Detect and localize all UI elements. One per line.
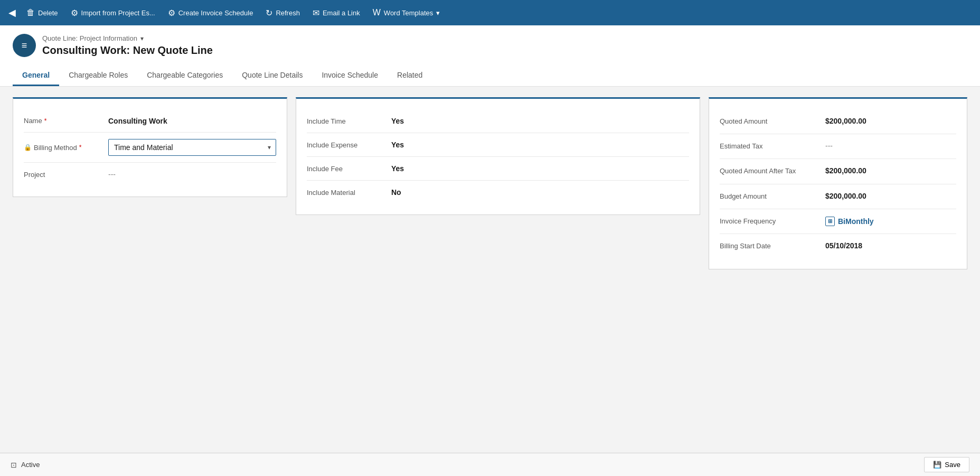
import-icon: ⚙: [71, 8, 78, 18]
include-fee-row: Include Fee Yes: [307, 157, 689, 181]
status-icon: ⊡: [11, 461, 17, 469]
lock-icon: 🔒: [24, 144, 32, 151]
billing-method-required-indicator: *: [79, 144, 82, 151]
quoted-amount-row: Quoted Amount $200,000.00: [720, 109, 956, 134]
billing-start-date-row: Billing Start Date 05/10/2018: [720, 234, 956, 258]
status-label: Active: [21, 461, 40, 469]
include-fee-label: Include Fee: [307, 165, 391, 173]
left-card: Name * Consulting Work 🔒 Billing Method …: [13, 97, 287, 197]
refresh-button[interactable]: ↻ Refresh: [260, 5, 305, 21]
footer-status: ⊡ Active: [11, 461, 40, 469]
quoted-amount-after-tax-label: Quoted Amount After Tax: [720, 166, 825, 176]
save-icon: 💾: [933, 461, 941, 469]
name-field-row: Name * Consulting Work: [24, 109, 276, 133]
billing-start-date-value: 05/10/2018: [825, 241, 862, 250]
billing-method-field-row: 🔒 Billing Method * Time and Material Fix…: [24, 133, 276, 163]
quoted-amount-value: $200,000.00: [825, 117, 866, 125]
quoted-amount-after-tax-row: Quoted Amount After Tax $200,000.00: [720, 159, 956, 184]
toolbar: ◀ 🗑 Delete ⚙ Import from Project Es... ⚙…: [0, 0, 980, 25]
frequency-icon: ⊞: [825, 217, 835, 226]
include-expense-value: Yes: [391, 141, 404, 149]
include-material-value: No: [391, 188, 401, 197]
cards-row: Name * Consulting Work 🔒 Billing Method …: [13, 97, 967, 269]
breadcrumb-chevron-icon[interactable]: ▾: [140, 35, 144, 42]
estimated-tax-row: Estimated Tax ---: [720, 134, 956, 159]
estimated-tax-value: ---: [825, 142, 833, 150]
email-link-button[interactable]: ✉ Email a Link: [307, 5, 365, 21]
refresh-icon: ↻: [266, 8, 272, 18]
project-field-row: Project ---: [24, 163, 276, 186]
billing-method-select-wrapper: Time and Material Fixed Price ▾: [108, 139, 276, 156]
invoice-frequency-label: Invoice Frequency: [720, 217, 825, 226]
billing-start-date-label: Billing Start Date: [720, 241, 825, 251]
page-title: Consulting Work: New Quote Line: [42, 44, 213, 57]
tab-related[interactable]: Related: [388, 66, 432, 86]
delete-icon: 🗑: [26, 8, 35, 17]
word-icon: W: [373, 8, 381, 17]
include-expense-label: Include Expense: [307, 141, 391, 149]
chevron-down-icon: ▾: [436, 9, 440, 17]
include-fee-value: Yes: [391, 164, 404, 173]
invoice-frequency-value[interactable]: ⊞ BiMonthly: [825, 217, 874, 226]
include-time-value: Yes: [391, 117, 404, 125]
email-icon: ✉: [313, 8, 319, 18]
include-material-label: Include Material: [307, 189, 391, 197]
name-required-indicator: *: [44, 117, 47, 125]
estimated-tax-label: Estimated Tax: [720, 142, 825, 151]
budget-amount-value: $200,000.00: [825, 192, 866, 200]
entity-header: ≡ Quote Line: Project Information ▾ Cons…: [13, 34, 967, 57]
include-time-label: Include Time: [307, 117, 391, 125]
import-button[interactable]: ⚙ Import from Project Es...: [65, 5, 161, 21]
tab-general[interactable]: General: [13, 66, 59, 86]
budget-amount-row: Budget Amount $200,000.00: [720, 184, 956, 209]
tab-chargeable-categories[interactable]: Chargeable Categories: [137, 66, 232, 86]
right-card: Quoted Amount $200,000.00 Estimated Tax …: [709, 97, 967, 269]
word-templates-button[interactable]: W Word Templates ▾: [368, 5, 446, 21]
delete-button[interactable]: 🗑 Delete: [21, 5, 63, 21]
breadcrumb: Quote Line: Project Information ▾: [42, 34, 213, 42]
entity-icon: ≡: [13, 34, 36, 57]
create-invoice-icon: ⚙: [168, 8, 175, 18]
project-label: Project: [24, 171, 108, 179]
project-value: ---: [108, 170, 276, 179]
header-area: ≡ Quote Line: Project Information ▾ Cons…: [0, 25, 980, 87]
billing-method-label: 🔒 Billing Method *: [24, 144, 108, 152]
quoted-amount-after-tax-value: $200,000.00: [825, 166, 866, 175]
include-time-row: Include Time Yes: [307, 109, 689, 133]
name-label: Name *: [24, 117, 108, 125]
footer: ⊡ Active 💾 Save: [0, 453, 980, 476]
save-button[interactable]: 💾 Save: [924, 457, 969, 472]
tab-invoice-schedule[interactable]: Invoice Schedule: [312, 66, 388, 86]
tabs: General Chargeable Roles Chargeable Cate…: [13, 66, 967, 86]
tab-quote-line-details[interactable]: Quote Line Details: [232, 66, 312, 86]
tab-chargeable-roles[interactable]: Chargeable Roles: [59, 66, 137, 86]
include-material-row: Include Material No: [307, 181, 689, 204]
include-expense-row: Include Expense Yes: [307, 133, 689, 157]
create-invoice-button[interactable]: ⚙ Create Invoice Schedule: [163, 5, 259, 21]
middle-card: Include Time Yes Include Expense Yes Inc…: [296, 97, 700, 215]
billing-method-select[interactable]: Time and Material Fixed Price: [108, 139, 276, 156]
entity-info: Quote Line: Project Information ▾ Consul…: [42, 34, 213, 57]
main-content: Name * Consulting Work 🔒 Billing Method …: [0, 87, 980, 476]
back-button[interactable]: ◀: [5, 4, 19, 22]
invoice-frequency-row: Invoice Frequency ⊞ BiMonthly: [720, 209, 956, 234]
quoted-amount-label: Quoted Amount: [720, 117, 825, 126]
budget-amount-label: Budget Amount: [720, 192, 825, 201]
name-value: Consulting Work: [108, 117, 276, 125]
